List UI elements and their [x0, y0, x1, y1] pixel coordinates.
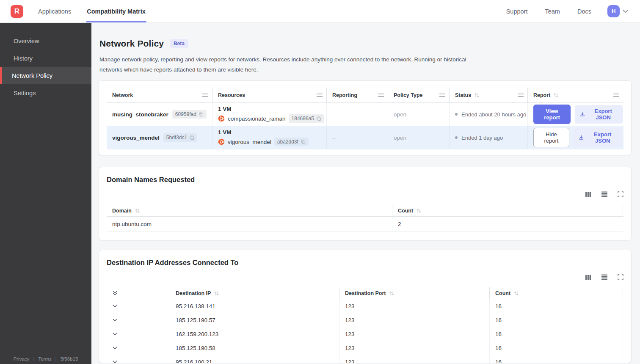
privacy-link[interactable]: Privacy: [14, 356, 30, 361]
page-description: Manage network policy, reporting and vie…: [99, 55, 474, 75]
copy-icon[interactable]: [316, 116, 321, 121]
rows-icon[interactable]: [601, 274, 608, 281]
sidebar-item-settings[interactable]: Settings: [0, 84, 91, 102]
sort-icon[interactable]: [214, 291, 219, 296]
reporting-cell: –: [327, 126, 388, 149]
copy-icon[interactable]: [301, 139, 306, 144]
sort-icon[interactable]: [416, 208, 422, 213]
col-header-network: Network: [107, 88, 212, 102]
copy-icon[interactable]: [199, 112, 204, 117]
card-title: Destination IP Addresses Connected To: [107, 259, 623, 267]
col-header-destination-port: Destination Port: [339, 287, 490, 299]
sort-icon[interactable]: [474, 93, 480, 98]
row-expand-icon[interactable]: [112, 304, 118, 308]
divider: |: [55, 356, 57, 361]
download-icon: [580, 111, 585, 117]
sort-icon[interactable]: [389, 291, 394, 296]
col-label: Resources: [218, 92, 245, 98]
chevron-down-icon[interactable]: [623, 10, 628, 13]
networks-card: Network Resources Reporting Policy Type: [99, 80, 632, 155]
status-text: Ended about 20 hours ago: [461, 111, 526, 118]
col-label: Report: [533, 92, 550, 98]
columns-icon[interactable]: [585, 191, 591, 198]
column-drag-handle[interactable]: [518, 94, 524, 97]
fullscreen-icon[interactable]: [618, 274, 623, 281]
resource-id-badge: aba2dd3f: [274, 138, 309, 146]
export-json-button[interactable]: Export JSON: [574, 128, 623, 147]
domain-names-card: Domain Names Requested Domain: [99, 167, 632, 240]
sort-icon[interactable]: [553, 93, 559, 98]
columns-icon[interactable]: [585, 274, 591, 281]
col-header-domain: Domain: [107, 205, 392, 216]
ip-cell: 185.125.190.57: [170, 313, 339, 327]
policy-type-cell: open: [388, 103, 450, 126]
hide-report-button[interactable]: Hide report: [533, 128, 569, 147]
ip-row: 95.216.100.21 123 16: [107, 355, 623, 363]
view-report-button[interactable]: View report: [533, 105, 571, 124]
ip-row: 162.159.200.123 123 16: [107, 327, 623, 341]
team-link[interactable]: Team: [545, 8, 560, 15]
sidebar-item-history[interactable]: History: [0, 50, 91, 67]
avatar[interactable]: H: [607, 5, 620, 17]
col-label: Network: [112, 92, 133, 98]
column-drag-handle[interactable]: [202, 94, 208, 97]
sort-icon[interactable]: [135, 208, 140, 213]
column-drag-handle[interactable]: [378, 94, 384, 97]
sidebar-item-network-policy[interactable]: Network Policy: [0, 67, 91, 84]
port-cell: 123: [339, 341, 490, 355]
resource-id-badge: 184696a5: [289, 114, 324, 123]
resources-cell: 1 VM vigorous_mendel aba2dd3f: [212, 126, 327, 149]
column-drag-handle[interactable]: [613, 94, 619, 97]
resource-id: 184696a5: [292, 116, 314, 121]
app-logo[interactable]: R: [11, 5, 23, 18]
ip-cell: 185.125.190.58: [170, 341, 339, 355]
networks-table-header: Network Resources Reporting Policy Type: [107, 88, 623, 103]
col-label: Destination IP: [176, 290, 211, 296]
export-json-label: Export JSON: [587, 131, 618, 144]
tab-applications[interactable]: Applications: [37, 0, 72, 22]
terms-link[interactable]: Terms: [38, 356, 51, 361]
col-label: Count: [398, 208, 413, 214]
col-label: Policy Type: [394, 92, 423, 98]
column-drag-handle[interactable]: [439, 94, 445, 97]
col-label: Domain: [112, 208, 132, 214]
topbar-right: Support Team Docs H: [489, 0, 628, 22]
ip-row: 185.125.190.57 123 16: [107, 313, 623, 327]
row-expand-icon[interactable]: [112, 332, 118, 336]
row-expand-icon[interactable]: [112, 346, 118, 350]
resource-name: vigorous_mendel: [228, 139, 271, 145]
count-cell: 16: [490, 341, 623, 355]
ubuntu-icon: [218, 138, 225, 145]
network-name: musing_stonebraker: [112, 111, 168, 118]
network-name: vigorous_mendel: [112, 135, 160, 141]
copy-icon[interactable]: [189, 135, 194, 140]
beta-badge: Beta: [170, 39, 188, 48]
rows-icon[interactable]: [601, 191, 608, 198]
expand-all-icon[interactable]: [112, 290, 118, 296]
row-expand-icon[interactable]: [112, 360, 118, 364]
status-cell: Ended about 20 hours ago: [450, 103, 528, 126]
build-id: 5f56b15: [61, 356, 78, 361]
sort-icon[interactable]: [513, 291, 519, 296]
col-header-resources: Resources: [212, 88, 327, 102]
count-cell: 2: [392, 217, 623, 231]
ip-row: 95.216.138.141 123 16: [107, 299, 623, 313]
domain-cell: ntp.ubuntu.com: [107, 217, 392, 231]
reporting-cell: –: [327, 103, 388, 126]
column-drag-handle[interactable]: [317, 94, 323, 97]
topbar: R Applications Compatibility Matrix Supp…: [0, 0, 640, 23]
count-cell: 16: [490, 313, 623, 327]
ip-cell: 95.216.138.141: [170, 299, 339, 313]
sidebar-item-overview[interactable]: Overview: [0, 32, 91, 50]
export-json-label: Export JSON: [588, 108, 618, 121]
sidebar: Overview History Network Policy Settings…: [0, 23, 91, 364]
fullscreen-icon[interactable]: [618, 191, 623, 198]
docs-link[interactable]: Docs: [577, 8, 591, 15]
network-id: 60959fad: [175, 111, 196, 117]
resource-id: aba2dd3f: [277, 139, 298, 145]
export-json-button[interactable]: Export JSON: [575, 105, 623, 124]
row-expand-icon[interactable]: [112, 318, 118, 322]
tab-compatibility-matrix[interactable]: Compatibility Matrix: [86, 0, 146, 22]
port-cell: 123: [339, 327, 490, 341]
support-link[interactable]: Support: [506, 8, 528, 15]
